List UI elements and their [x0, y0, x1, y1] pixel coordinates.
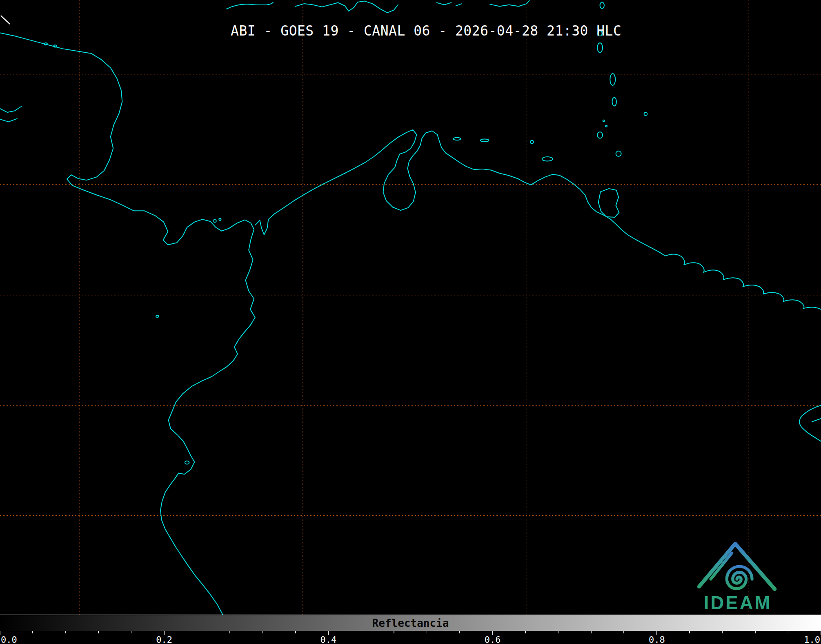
frame-fragments: [1, 16, 10, 24]
island-outline: [597, 43, 603, 52]
axis-minor-tick: [361, 631, 362, 633]
satellite-map: ABI - GOES 19 - CANAL 06 - 2026-04-28 21…: [0, 0, 821, 615]
coastlines: [0, 0, 821, 615]
island-outline: [542, 157, 553, 161]
island-outline: [219, 218, 221, 221]
coastline-path: [490, 0, 529, 6]
satellite-image-viewport: ABI - GOES 19 - CANAL 06 - 2026-04-28 21…: [0, 0, 821, 644]
axis-minor-tick: [98, 631, 99, 633]
axis-tick-label: 0.8: [649, 635, 665, 644]
axis-tick-label: 0.0: [1, 635, 17, 644]
coastline-path: [437, 2, 451, 4]
coastline-path: [799, 406, 821, 441]
coastline-path: [0, 119, 17, 122]
logo-spiral-icon: [727, 566, 752, 589]
axis-minor-tick: [427, 631, 427, 633]
island-outline: [481, 139, 489, 142]
island-outline: [644, 112, 647, 116]
island-outline: [605, 125, 607, 127]
island-outline: [453, 138, 461, 140]
axis-minor-tick: [295, 631, 296, 633]
island-outline: [597, 132, 603, 138]
axis-major-tick: [0, 631, 0, 635]
coastline-path: [0, 107, 21, 112]
axis-minor-tick: [65, 631, 66, 633]
frame-fragment: [1, 16, 10, 24]
axis-minor-tick: [591, 631, 592, 633]
axis-tick-label: 0.6: [485, 635, 501, 644]
island-outline: [530, 140, 534, 144]
axis-minor-tick: [197, 631, 198, 633]
graticule-grid: [0, 0, 821, 615]
map-canvas: [0, 0, 821, 615]
axis-minor-tick: [459, 631, 460, 633]
island-outline: [616, 151, 621, 156]
image-title: ABI - GOES 19 - CANAL 06 - 2026-04-28 21…: [231, 23, 621, 39]
axis-tick-label: 1.0: [804, 635, 820, 644]
coastline-path: [255, 130, 821, 310]
axis-minor-tick: [788, 631, 789, 633]
colorbar-label: Reflectancia: [372, 617, 449, 629]
axis-minor-tick: [525, 631, 526, 633]
axis-minor-tick: [689, 631, 690, 633]
axis-minor-tick: [755, 631, 756, 633]
axis-minor-tick: [722, 631, 723, 633]
axis-minor-tick: [229, 631, 230, 633]
coastline-path: [599, 189, 619, 217]
island-outline: [600, 2, 604, 9]
island-outline: [603, 120, 605, 122]
island-outline: [156, 315, 159, 317]
island-outline: [610, 74, 615, 85]
axis-tick-label: 0.2: [156, 635, 172, 644]
island-outline: [185, 461, 189, 464]
axis-minor-tick: [131, 631, 132, 633]
logo-text: IDEAM: [704, 593, 772, 612]
ideam-logo: IDEAM: [695, 539, 779, 612]
axis-minor-tick: [558, 631, 558, 633]
island-outline: [612, 98, 616, 106]
coastline-path: [226, 2, 273, 9]
axis-minor-tick: [623, 631, 624, 633]
colorbar: Reflectancia: [0, 615, 821, 631]
axis-minor-tick: [32, 631, 33, 633]
coastline-path: [456, 4, 462, 6]
coastline-path: [0, 33, 255, 615]
island-outline: [213, 220, 216, 222]
coastline-path: [812, 419, 821, 422]
axis-tick-label: 0.4: [320, 635, 337, 644]
colorbar-axis: 0.00.20.40.60.81.0: [0, 631, 821, 644]
island-outlines: [44, 2, 647, 464]
axis-minor-tick: [394, 631, 394, 633]
axis-minor-tick: [263, 631, 263, 633]
coastline-path: [296, 1, 398, 13]
